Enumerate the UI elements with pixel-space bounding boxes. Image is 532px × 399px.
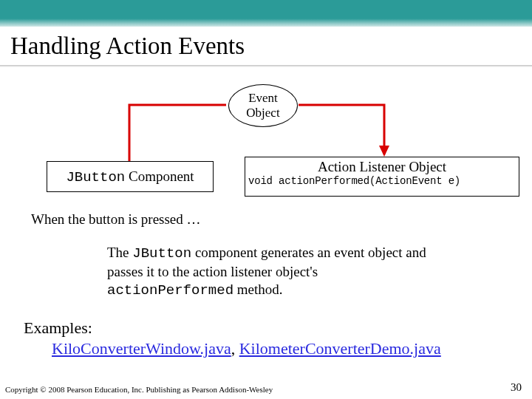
explanation-paragraph: The JButton component generates an event… <box>107 244 447 300</box>
when-pressed-text: When the button is pressed … <box>31 211 201 228</box>
action-listener-signature: void actionPerformed(ActionEvent e) <box>245 175 519 187</box>
para-code-actionperformed: actionPerformed <box>107 282 233 299</box>
para-text-a: The <box>107 245 132 260</box>
example-link-2[interactable]: KilometerConverterDemo.java <box>239 339 441 358</box>
para-code-jbutton: JButton <box>132 245 191 262</box>
event-object-line2: Object <box>246 106 279 120</box>
arrow-head <box>379 146 389 157</box>
slide-title: Handling Action Events <box>10 33 245 60</box>
arrow-segment-right <box>299 105 384 154</box>
jbutton-text: Component <box>125 168 194 184</box>
example-link-1[interactable]: KiloConverterWindow.java <box>52 339 231 358</box>
examples-separator: , <box>231 339 239 358</box>
event-object-line1: Event <box>248 91 278 105</box>
slide-body: Handling Action Events Event Object JBut… <box>0 27 532 399</box>
examples-links: KiloConverterWindow.java, KilometerConve… <box>52 339 441 358</box>
event-object-node: Event Object <box>228 84 298 127</box>
action-listener-title: Action Listener Object <box>245 159 519 175</box>
event-diagram: Event Object JButton Component Action Li… <box>0 71 532 219</box>
title-underline <box>0 65 532 67</box>
slide-number: 30 <box>511 381 522 394</box>
jbutton-code: JButton <box>66 169 125 185</box>
action-listener-node: Action Listener Object void actionPerfor… <box>245 157 519 197</box>
jbutton-component-node: JButton Component <box>47 161 214 192</box>
para-text-c: method. <box>233 282 283 297</box>
header-band <box>0 0 532 27</box>
examples-label: Examples: <box>24 318 92 338</box>
arrow-segment-left <box>129 105 226 161</box>
copyright-footer: Copyright © 2008 Pearson Education, Inc.… <box>5 385 273 394</box>
